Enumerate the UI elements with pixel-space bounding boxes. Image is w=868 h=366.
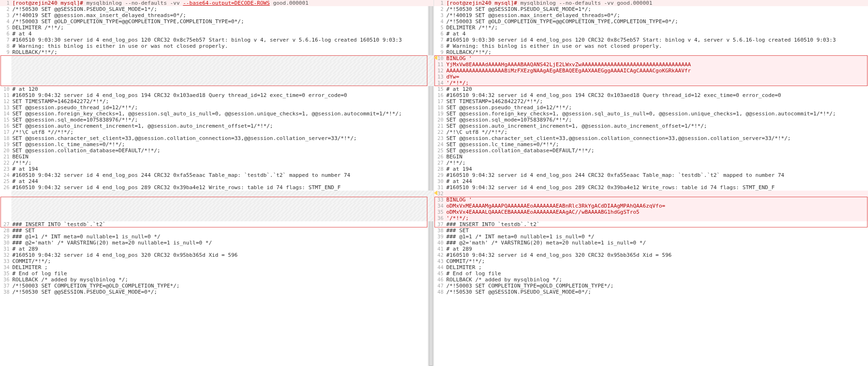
code-line[interactable]: oDMxVxMEAAAAMgAAAPQAAAAAAEoAAAAAAAEABnRl… [445, 203, 868, 209]
code-line[interactable]: SET @@session.sql_mode=1075838976/*!*/; [445, 117, 868, 123]
code-line[interactable]: SET @@session.auto_increment_increment=1… [445, 123, 868, 129]
code-line[interactable]: /*!50530 SET @@SESSION.PSEUDO_SLAVE_MODE… [445, 289, 868, 295]
code-line[interactable]: SET @@session.character_set_client=33,@@… [445, 135, 868, 141]
code-line[interactable]: # at 289 [11, 246, 434, 252]
code-line[interactable]: BEGIN [11, 154, 434, 160]
code-line[interactable]: dYw= [445, 74, 868, 80]
code-line[interactable]: SET @@session.character_set_client=33,@@… [11, 135, 434, 141]
code-line[interactable]: #160510 9:03:30 server id 4 end_log_pos … [445, 37, 868, 43]
code-line[interactable]: ### @1=1 /* INT meta=0 nullable=1 is_nul… [11, 234, 434, 240]
code-line[interactable]: DELIMITER /*!*/; [445, 25, 868, 31]
code-line[interactable]: '/*!*/; [445, 215, 868, 221]
code-line[interactable] [11, 61, 434, 68]
code-line[interactable]: ### @2='math' /* VARSTRING(20) meta=20 n… [445, 240, 868, 246]
code-line[interactable]: /*!\C utf8 *//*!*/; [445, 129, 868, 135]
code-line[interactable]: SET @@session.collation_database=DEFAULT… [11, 148, 434, 154]
code-line[interactable]: SET @@session.pseudo_thread_id=12/*!*/; [445, 105, 868, 111]
code-line[interactable]: SET @@session.foreign_key_checks=1, @@se… [11, 111, 434, 117]
code-line[interactable] [11, 55, 434, 61]
code-line[interactable]: /*!50530 SET @@SESSION.PSEUDO_SLAVE_MODE… [445, 6, 868, 12]
code-line[interactable]: #160510 9:04:32 server id 4 end_log_pos … [445, 252, 868, 258]
code-line[interactable]: /*!50530 SET @@SESSION.PSEUDO_SLAVE_MODE… [11, 6, 434, 12]
code-line[interactable]: # Warning: this binlog is either in use … [11, 43, 434, 49]
code-line[interactable] [445, 191, 868, 197]
code-line[interactable]: #160510 9:04:32 server id 4 end_log_pos … [445, 172, 868, 178]
code-line[interactable]: #160510 9:04:32 server id 4 end_log_pos … [445, 92, 868, 98]
code-line[interactable]: # at 120 [11, 86, 434, 92]
diff-arrow-icon[interactable] [434, 191, 437, 195]
code-line[interactable]: BINLOG ' [445, 55, 868, 61]
code-line[interactable]: # at 244 [11, 178, 434, 184]
code-line[interactable]: ROLLBACK/*!*/; [445, 49, 868, 55]
right-diff-pane[interactable]: 1[root@zejin240 mysql]# mysqlbinlog --no… [434, 0, 868, 366]
code-line[interactable]: #160510 9:04:32 server id 4 end_log_pos … [11, 172, 434, 178]
code-line[interactable]: SET @@session.collation_database=DEFAULT… [445, 148, 868, 154]
code-line[interactable]: [root@zejin240 mysql]# mysqlbinlog --no-… [445, 0, 868, 6]
code-line[interactable] [11, 191, 434, 197]
code-line[interactable]: # at 120 [445, 86, 868, 92]
code-line[interactable]: #160510 9:03:30 server id 4 end_log_pos … [11, 37, 434, 43]
code-line[interactable]: BEGIN [445, 154, 868, 160]
diff-arrow-icon[interactable] [434, 55, 437, 60]
code-line[interactable]: ROLLBACK/*!*/; [11, 49, 434, 55]
code-line[interactable]: BINLOG ' [445, 197, 868, 203]
code-line[interactable]: /*!50003 SET COMPLETION_TYPE=@OLD_COMPLE… [445, 283, 868, 289]
code-line[interactable] [11, 209, 434, 215]
code-line[interactable]: #160510 9:04:32 server id 4 end_log_pos … [445, 184, 868, 191]
code-line[interactable]: SET @@session.lc_time_names=0/*!*/; [11, 141, 434, 148]
code-line[interactable] [11, 197, 434, 203]
code-line[interactable]: # at 244 [445, 178, 868, 184]
code-line[interactable]: # at 289 [445, 246, 868, 252]
code-line[interactable]: # at 4 [11, 31, 434, 37]
code-line[interactable]: # at 194 [445, 166, 868, 172]
code-line[interactable]: /*!50003 SET @OLD_COMPLETION_TYPE=@@COMP… [445, 18, 868, 25]
code-line[interactable]: ### @2='math' /* VARSTRING(20) meta=20 n… [11, 240, 434, 246]
code-line[interactable] [11, 215, 434, 221]
code-line[interactable]: /*!*/; [11, 160, 434, 166]
code-line[interactable]: SET TIMESTAMP=1462842272/*!*/; [11, 98, 434, 105]
code-line[interactable]: SET @@session.foreign_key_checks=1, @@se… [445, 111, 868, 117]
code-line[interactable]: #160510 9:04:32 server id 4 end_log_pos … [11, 252, 434, 258]
code-line[interactable]: SET @@session.sql_mode=1075838976/*!*/; [11, 117, 434, 123]
code-line[interactable]: # at 4 [445, 31, 868, 37]
code-line[interactable]: # End of log file [445, 270, 868, 277]
code-line[interactable]: [root@zejin240 mysql]# mysqlbinlog --no-… [11, 0, 434, 6]
code-line[interactable] [11, 203, 434, 209]
code-line[interactable]: /*!50003 SET @OLD_COMPLETION_TYPE=@@COMP… [11, 18, 434, 25]
code-line[interactable]: #160510 9:04:32 server id 4 end_log_pos … [11, 92, 434, 98]
code-line[interactable]: YjMxVw8EAAAAdAAAAHgAAAABAAQANS42LjE2LWxv… [445, 61, 868, 68]
code-line[interactable]: /*!40019 SET @@session.max_insert_delaye… [445, 12, 868, 18]
code-line[interactable]: # at 194 [11, 166, 434, 172]
code-line[interactable]: ROLLBACK /* added by mysqlbinlog */; [445, 277, 868, 283]
code-line[interactable] [11, 68, 434, 74]
code-line[interactable]: oDMxVx4EAAAALQAAACEBAAAAAEoAAAAAAAEAAgAC… [445, 209, 868, 215]
code-line[interactable]: DELIMITER ; [11, 264, 434, 270]
code-line[interactable]: COMMIT/*!*/; [445, 258, 868, 264]
code-line[interactable] [11, 80, 434, 86]
code-line[interactable]: COMMIT/*!*/; [11, 258, 434, 264]
code-line[interactable]: '/*!*/; [445, 80, 868, 86]
code-line[interactable]: ### @1=1 /* INT meta=0 nullable=1 is_nul… [445, 234, 868, 240]
code-line[interactable]: #160510 9:04:32 server id 4 end_log_pos … [11, 184, 434, 191]
code-line[interactable]: DELIMITER /*!*/; [11, 25, 434, 31]
code-line[interactable]: DELIMITER ; [445, 264, 868, 270]
code-line[interactable]: SET @@session.auto_increment_increment=1… [11, 123, 434, 129]
code-line[interactable]: # End of log file [11, 270, 434, 277]
code-line[interactable] [11, 74, 434, 80]
code-line[interactable]: /*!40019 SET @@session.max_insert_delaye… [11, 12, 434, 18]
code-line[interactable]: SET @@session.lc_time_names=0/*!*/; [445, 141, 868, 148]
code-line[interactable]: ROLLBACK /* added by mysqlbinlog */; [11, 277, 434, 283]
code-line[interactable]: /*!50530 SET @@SESSION.PSEUDO_SLAVE_MODE… [11, 289, 434, 295]
code-line[interactable]: /*!*/; [445, 160, 868, 166]
code-line[interactable]: ### INSERT INTO `testdb`.`t2` [11, 221, 434, 227]
code-line[interactable]: ### SET [11, 227, 434, 234]
code-line[interactable]: ### SET [445, 227, 868, 234]
code-line[interactable]: SET TIMESTAMP=1462842272/*!*/; [445, 98, 868, 105]
left-diff-pane[interactable]: 1[root@zejin240 mysql]# mysqlbinlog --no… [0, 0, 434, 366]
code-line[interactable]: SET @@session.pseudo_thread_id=12/*!*/; [11, 105, 434, 111]
code-line[interactable]: # Warning: this binlog is either in use … [445, 43, 868, 49]
code-line[interactable]: AAAAAAAAAAAAAAAAAABiMzFXEzgNAAgAEgAEBAQE… [445, 68, 868, 74]
code-line[interactable]: /*!\C utf8 *//*!*/; [11, 129, 434, 135]
code-line[interactable]: /*!50003 SET COMPLETION_TYPE=@OLD_COMPLE… [11, 283, 434, 289]
code-line[interactable]: ### INSERT INTO `testdb`.`t2` [445, 221, 868, 227]
